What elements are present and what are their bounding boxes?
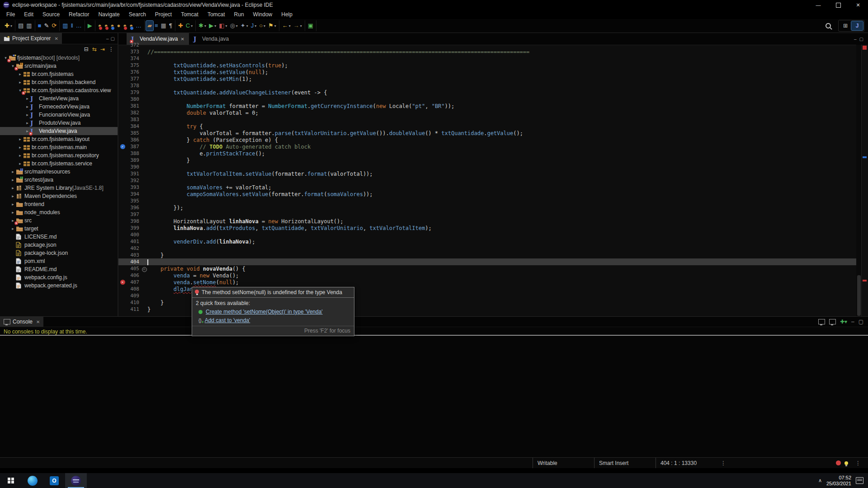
- code-line-372[interactable]: 372: [118, 42, 856, 48]
- code-line-399[interactable]: 399 linhaNova.add(txtProdutos, txtQuanti…: [118, 225, 856, 231]
- columns-button[interactable]: ‖: [69, 21, 74, 31]
- menu-item-tomcat-2[interactable]: Tomcat: [203, 10, 230, 19]
- tree-item-src-main-resources[interactable]: ▸src/main/resources: [0, 168, 118, 176]
- tree-item-br-com-fjsistemas-layout[interactable]: ▸br.com.fjsistemas.layout: [0, 135, 118, 143]
- code-line-387[interactable]: ✓387 // TODO Auto-generated catch block: [118, 143, 856, 150]
- pin-button[interactable]: ⚑▾: [267, 21, 278, 31]
- project-explorer-tab[interactable]: Project Explorer ✕: [0, 33, 62, 44]
- taskbar-item-edge[interactable]: [22, 473, 43, 488]
- menu-item-window[interactable]: Window: [249, 10, 277, 19]
- dropdown-icon[interactable]: ▾: [255, 24, 256, 28]
- overview-error-mark[interactable]: [863, 280, 867, 282]
- code-line-375[interactable]: 375 txtQuantidade.setHasControls(true);: [118, 62, 856, 69]
- code-line-383[interactable]: 383: [118, 116, 856, 123]
- open-console-icon[interactable]: [818, 319, 825, 324]
- tree-item-br-com-fjsistemas-service[interactable]: ▸br.com.fjsistemas.service: [0, 160, 118, 168]
- code-line-404[interactable]: 404: [118, 258, 856, 265]
- console-tab[interactable]: Console ✕: [0, 317, 43, 327]
- code-line-388[interactable]: 388 e.printStackTrace();: [118, 150, 856, 157]
- code-line-391[interactable]: 391 txtValorTotalItem.setValue(formatter…: [118, 170, 856, 177]
- code-line-379[interactable]: 379 txtQuantidade.addValueChangeListener…: [118, 89, 856, 96]
- quickfix-link[interactable]: Create method 'setNome(Object)' in type …: [206, 309, 323, 315]
- code-line-394[interactable]: 394 campoSomaValores.setValue(formatter.…: [118, 191, 856, 197]
- show-whitespace-button[interactable]: ¶: [168, 21, 174, 31]
- code-line-374[interactable]: 374: [118, 55, 856, 62]
- status-menu-icon[interactable]: ⋮: [852, 460, 864, 466]
- taskbar-clock[interactable]: 07:52 25/03/2021: [826, 475, 851, 487]
- chevron-right-icon[interactable]: ▸: [17, 161, 23, 166]
- menu-item-source[interactable]: Source: [38, 10, 64, 19]
- code-line-392[interactable]: 392: [118, 177, 856, 184]
- close-tab-icon[interactable]: ✕: [181, 37, 184, 42]
- chevron-right-icon[interactable]: ▸: [17, 153, 23, 158]
- chevron-right-icon[interactable]: ▸: [10, 226, 16, 231]
- minimize-view-icon[interactable]: –: [851, 319, 854, 325]
- tree-item-jre-system-library[interactable]: ▸JRE System Library [JavaSE-1.8]: [0, 184, 118, 192]
- menu-item-search[interactable]: Search: [124, 10, 151, 19]
- new-connection-button[interactable]: ✚: [177, 21, 184, 31]
- refresh-button[interactable]: ⟳: [50, 21, 58, 31]
- quickfix-item[interactable]: {}Add cast to 'venda': [192, 316, 354, 324]
- search-icon[interactable]: [826, 23, 831, 28]
- last-edit-location-button[interactable]: ▣: [307, 21, 315, 31]
- dropdown-icon[interactable]: ▾: [264, 24, 265, 28]
- minimize-view-icon[interactable]: –: [106, 36, 109, 41]
- dropdown-icon[interactable]: ▾: [289, 24, 291, 28]
- chevron-right-icon[interactable]: ▸: [17, 145, 23, 150]
- tree-item-produtoview-java[interactable]: ▸JProdutoView.java: [0, 119, 118, 127]
- coverage-button[interactable]: ◧▾: [217, 21, 228, 31]
- chevron-right-icon[interactable]: ▸: [24, 121, 30, 125]
- terminal-button[interactable]: ▥: [61, 21, 69, 31]
- code-line-395[interactable]: 395: [118, 197, 856, 204]
- tree-item-webpack-config-js[interactable]: webpack.config.js: [0, 273, 118, 282]
- tomcat-stop-button[interactable]: ●: [103, 21, 109, 31]
- maximize-editor-icon[interactable]: ▢: [859, 37, 863, 42]
- link-with-editor-icon[interactable]: ⇆: [92, 46, 97, 52]
- tree-item-br-com-fjsistemas[interactable]: ▸br.com.fjsistemas: [0, 70, 118, 78]
- code-line-377[interactable]: 377 txtQuantidade.setMin(1);: [118, 75, 856, 82]
- code-line-405[interactable]: 405− private void novaVenda() {: [118, 265, 856, 272]
- code-line-380[interactable]: 380: [118, 96, 856, 103]
- fold-marker-icon[interactable]: −: [141, 265, 147, 272]
- code-line-384[interactable]: 384 try {: [118, 123, 856, 130]
- chevron-right-icon[interactable]: ▸: [10, 210, 16, 215]
- code-line-402[interactable]: 402: [118, 245, 856, 252]
- tomcat-restart-button[interactable]: ●: [109, 21, 116, 31]
- dropdown-icon[interactable]: ▾: [274, 24, 276, 28]
- tree-item-fornecedorview-java[interactable]: ▸JFornecedorView.java: [0, 103, 118, 111]
- code-line-407[interactable]: ✕407 venda.setNome(null);: [118, 279, 856, 286]
- code-line-406[interactable]: 406 venda = new Venda();: [118, 272, 856, 279]
- menu-item-help[interactable]: Help: [277, 10, 297, 19]
- tomcat-profile-button[interactable]: ●: [128, 21, 134, 31]
- maximize-view-icon[interactable]: ▢: [859, 319, 863, 325]
- menu-item-file[interactable]: File: [2, 10, 19, 19]
- code-line-385[interactable]: 385 valorTotal = formatter.parse(txtValo…: [118, 130, 856, 136]
- code-line-373[interactable]: 373//===================================…: [118, 48, 856, 55]
- code-line-401[interactable]: 401 venderDiv.add(linhaNova);: [118, 238, 856, 245]
- edit-button[interactable]: ✎: [42, 21, 50, 31]
- dropdown-icon[interactable]: ▾: [204, 24, 206, 28]
- tree-item-frontend[interactable]: ▸frontend: [0, 200, 118, 208]
- junit-button[interactable]: J▾: [250, 21, 258, 31]
- menu-item-navigate[interactable]: Navigate: [94, 10, 124, 19]
- collapse-all-icon[interactable]: ⊟: [84, 46, 89, 52]
- dropdown-icon[interactable]: ▾: [300, 24, 302, 28]
- chevron-right-icon[interactable]: ▸: [24, 104, 30, 109]
- close-view-icon[interactable]: ✕: [54, 36, 58, 41]
- notification-icon[interactable]: [836, 460, 841, 465]
- chevron-right-icon[interactable]: ▸: [10, 186, 16, 190]
- tray-expand-icon[interactable]: ∧: [818, 478, 822, 483]
- tree-item-package-lock-json[interactable]: package-lock.json: [0, 249, 118, 257]
- open-task-button[interactable]: ■: [37, 21, 43, 31]
- display-selected-console-icon[interactable]: [829, 319, 836, 324]
- new-console-icon[interactable]: ✚▾: [840, 319, 847, 325]
- dropdown-icon[interactable]: ▾: [10, 24, 12, 28]
- chevron-right-icon[interactable]: ▸: [10, 169, 16, 174]
- dropdown-icon[interactable]: ▾: [225, 24, 227, 28]
- dropdown-icon[interactable]: ▾: [191, 24, 193, 28]
- tree-item-license-md[interactable]: LICENSE.md: [0, 233, 118, 241]
- dropdown-icon[interactable]: ▾: [236, 24, 238, 28]
- minimize-button[interactable]: —: [808, 0, 828, 10]
- save-button[interactable]: ▤: [17, 21, 25, 31]
- tree-item-br-com-fjsistemas-repository[interactable]: ▸br.com.fjsistemas.repository: [0, 151, 118, 160]
